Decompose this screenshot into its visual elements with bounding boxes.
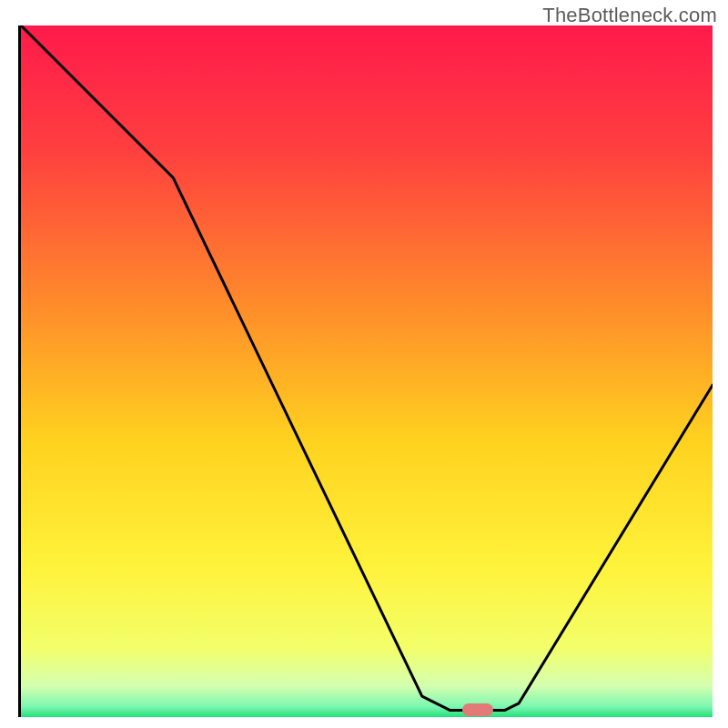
plot-area <box>18 25 710 717</box>
watermark-text: TheBottleneck.com <box>542 4 717 27</box>
chart-svg <box>21 25 713 717</box>
chart-stage: TheBottleneck.com <box>0 0 728 728</box>
optimal-marker <box>462 703 493 716</box>
